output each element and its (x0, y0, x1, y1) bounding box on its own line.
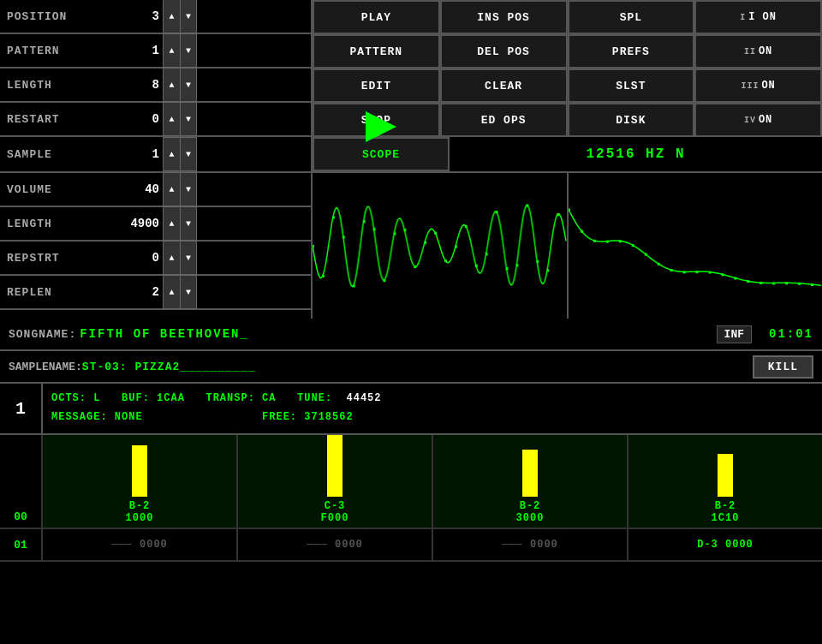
channel-2-row1: ─── 0000 (238, 529, 433, 560)
row-num-01: 01 (0, 529, 43, 560)
inf-button[interactable]: INF (717, 325, 752, 343)
position-value: 3 (111, 9, 163, 23)
repstrt-down[interactable]: ▼ (180, 241, 197, 275)
ch1-note: B-2 (129, 500, 151, 512)
length-row: LENGTH 8 ▲ ▼ (0, 69, 311, 103)
waveform-canvas-1 (313, 173, 567, 319)
prefs-button[interactable]: PREFS (568, 34, 695, 69)
clear-button[interactable]: CLEAR (440, 69, 568, 103)
repstrt-label: REPSTRT (0, 252, 111, 265)
length-down[interactable]: ▼ (180, 68, 197, 102)
repstrt-up[interactable]: ▲ (163, 241, 180, 275)
ch4-val: 1C10 (712, 512, 740, 524)
length-value: 8 (111, 78, 163, 92)
volume-row: VOLUME 40 ▲ ▼ (0, 173, 311, 207)
bar-ch4 (718, 454, 733, 497)
on4-button[interactable]: IV ON (694, 103, 822, 137)
bar-ch3 (522, 450, 538, 497)
ins-pos-button[interactable]: INS POS (440, 0, 568, 34)
restart-label: RESTART (0, 113, 111, 126)
slst-button[interactable]: SLST (568, 69, 695, 103)
volume-down[interactable]: ▼ (180, 172, 197, 206)
replen-label: REPLEN (0, 286, 111, 299)
sample-down[interactable]: ▼ (180, 137, 197, 171)
position-up[interactable]: ▲ (163, 0, 180, 33)
sample-knobs: VOLUME 40 ▲ ▼ LENGTH 4900 ▲ ▼ REPSTRT 0 … (0, 173, 313, 319)
right-button-grid: PLAY INS POS SPL I I ON PATTERN DEL POS … (313, 0, 822, 137)
position-row: POSITION 3 ▲ ▼ (0, 0, 311, 34)
bar-ch2 (327, 435, 342, 497)
volume-up[interactable]: ▲ (163, 172, 180, 206)
samplename-label: SAMPLENAME: (9, 361, 82, 373)
songname-value: FIFTH OF BEETHOVEN_ (76, 327, 707, 341)
channel-4-row0: B-2 1C10 (628, 435, 822, 528)
play-button[interactable]: PLAY (313, 0, 440, 34)
replen-value: 2 (111, 285, 163, 299)
length2-up[interactable]: ▲ (163, 206, 180, 241)
edit-button[interactable]: EDIT (313, 69, 440, 103)
info-text: OCTS: L BUF: 1CAA TRANSP: CA TUNE: 44452… (43, 386, 822, 430)
volume-value: 40 (111, 182, 163, 196)
disk-button[interactable]: DISK (568, 103, 695, 137)
replen-row: REPLEN 2 ▲ ▼ (0, 276, 311, 310)
del-pos-button[interactable]: DEL POS (440, 34, 568, 69)
length2-label: LENGTH (0, 218, 111, 230)
ch2-val: F000 (321, 512, 349, 524)
samplename-value: ST-03: PIZZA2__________ (82, 361, 753, 373)
pattern-up[interactable]: ▲ (163, 33, 180, 68)
length2-row: LENGTH 4900 ▲ ▼ (0, 207, 311, 242)
tracker-main: POSITION 3 ▲ ▼ PATTERN 1 ▲ ▼ LENGTH 8 ▲ … (0, 0, 822, 562)
song-time: 01:01 (769, 327, 813, 341)
restart-value: 0 (111, 112, 163, 126)
pattern-label: PATTERN (0, 45, 111, 57)
ch4-note: B-2 (715, 500, 736, 512)
sample-waveform-section: VOLUME 40 ▲ ▼ LENGTH 4900 ▲ ▼ REPSTRT 0 … (0, 173, 822, 319)
channel-1-row1: ─── 0000 (43, 529, 238, 560)
pattern-down[interactable]: ▼ (180, 33, 197, 68)
position-down[interactable]: ▼ (180, 0, 197, 33)
volume-label: VOLUME (0, 183, 111, 196)
sample-up[interactable]: ▲ (163, 137, 180, 171)
samplename-row: SAMPLENAME: ST-03: PIZZA2__________ KILL (0, 351, 822, 384)
ch3-note: B-2 (520, 500, 541, 512)
sample-value: 1 (111, 147, 163, 161)
top-section: POSITION 3 ▲ ▼ PATTERN 1 ▲ ▼ LENGTH 8 ▲ … (0, 0, 822, 137)
repstrt-value: 0 (111, 251, 163, 265)
pattern-button[interactable]: PATTERN (313, 34, 440, 69)
replen-up[interactable]: ▲ (163, 275, 180, 309)
pattern-row-00: 00 B-2 1000 C-3 F000 B-2 3000 (0, 435, 822, 529)
songname-row: SONGNAME: FIFTH OF BEETHOVEN_ INF 01:01 (0, 319, 822, 351)
ed-ops-button[interactable]: ED OPS (440, 103, 568, 137)
pattern-row-01: 01 ─── 0000 ─── 0000 ─── 0000 D-3 0000 (0, 529, 822, 562)
position-label: POSITION (0, 10, 111, 23)
channel-4-row1: D-3 0000 (628, 529, 822, 560)
spl-button[interactable]: SPL (568, 0, 695, 34)
info-num: 1 (0, 384, 43, 433)
channel-1-row0: B-2 1000 (43, 435, 238, 528)
wave-left (313, 173, 569, 319)
ch1-val: 1000 (126, 512, 154, 524)
channel-3-row0: B-2 3000 (433, 435, 628, 528)
length-up[interactable]: ▲ (163, 68, 180, 102)
left-controls: POSITION 3 ▲ ▼ PATTERN 1 ▲ ▼ LENGTH 8 ▲ … (0, 0, 313, 137)
restart-row: RESTART 0 ▲ ▼ (0, 103, 311, 137)
pattern-container: 00 B-2 1000 C-3 F000 B-2 3000 (0, 435, 822, 562)
on1-button[interactable]: I I ON (694, 0, 822, 34)
channel-3-row1: ─── 0000 (433, 529, 628, 560)
on2-button[interactable]: II ON (694, 34, 822, 69)
channel-2-row0: C-3 F000 (238, 435, 433, 528)
waveform-canvas-2 (569, 173, 823, 319)
replen-down[interactable]: ▼ (180, 275, 197, 309)
kill-button[interactable]: KILL (753, 355, 813, 379)
on3-button[interactable]: III ON (694, 69, 822, 103)
length2-down[interactable]: ▼ (180, 206, 197, 241)
stop-button[interactable]: STOP (313, 103, 440, 137)
pattern-row: PATTERN 1 ▲ ▼ (0, 34, 311, 69)
pattern-value: 1 (111, 44, 163, 57)
restart-up[interactable]: ▲ (163, 102, 180, 136)
ch2-note: C-3 (325, 500, 346, 512)
cursor-arrow (366, 111, 396, 146)
freq-display: 12516 HZ N (450, 137, 822, 171)
repstrt-row: REPSTRT 0 ▲ ▼ (0, 242, 311, 276)
restart-down[interactable]: ▼ (180, 102, 197, 136)
